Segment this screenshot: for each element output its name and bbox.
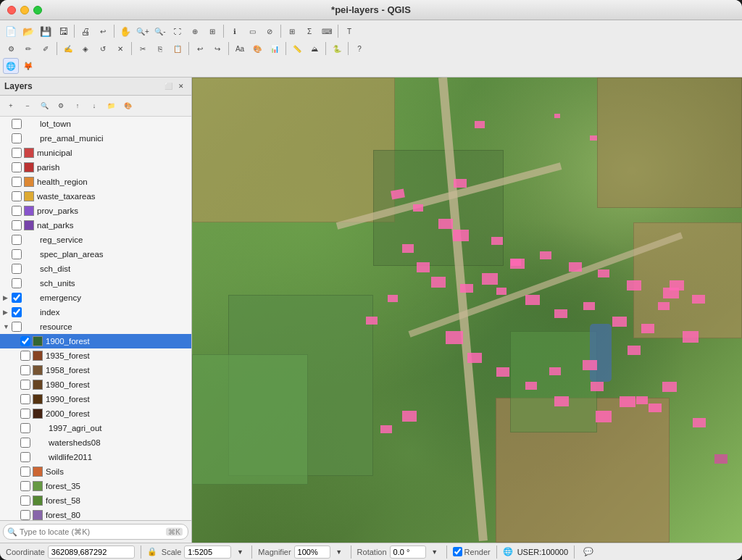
- layer-checkbox-watersheds08[interactable]: [20, 438, 30, 448]
- layer-item-prov_parks[interactable]: prov_parks: [0, 204, 191, 218]
- undo2-btn[interactable]: ↩: [192, 41, 208, 57]
- add-layer-btn[interactable]: +: [3, 98, 19, 114]
- render-checkbox[interactable]: [453, 547, 462, 556]
- zoom-in-btn[interactable]: 🔍+: [135, 23, 151, 39]
- layers-expand-btn[interactable]: ⬜: [162, 80, 174, 92]
- style-btn[interactable]: 🎨: [249, 41, 265, 57]
- layer-item-nat_parks[interactable]: nat_parks: [0, 218, 191, 233]
- layer-item-index[interactable]: ▶index: [0, 305, 191, 319]
- copy-btn[interactable]: ⎘: [152, 41, 168, 57]
- maximize-button[interactable]: [33, 6, 42, 14]
- layer-checkbox-waste_taxareas[interactable]: [12, 191, 22, 201]
- redo-btn[interactable]: ↪: [209, 41, 225, 57]
- layer-checkbox-1900_forest[interactable]: [20, 336, 30, 346]
- layer-checkbox-sch_dist[interactable]: [12, 264, 22, 274]
- search-input[interactable]: [3, 524, 188, 540]
- layer-checkbox-resource[interactable]: [12, 322, 22, 332]
- help-btn[interactable]: ?: [351, 41, 367, 57]
- filter-layer-btn[interactable]: 🔍: [36, 98, 52, 114]
- layer-checkbox-lot_town[interactable]: [12, 119, 22, 129]
- save-project-btn[interactable]: 💾: [38, 23, 54, 39]
- terrain-btn[interactable]: ⛰: [307, 41, 322, 57]
- rotation-dropdown-btn[interactable]: ▼: [429, 546, 441, 559]
- new-project-btn[interactable]: 📄: [3, 23, 19, 39]
- remove-layer-btn[interactable]: −: [20, 98, 36, 114]
- layer-checkbox-sch_units[interactable]: [12, 278, 22, 288]
- layer-checkbox-forest_58[interactable]: [20, 496, 30, 506]
- draw-btn[interactable]: ✍: [60, 41, 76, 57]
- open-project-btn[interactable]: 📂: [20, 23, 36, 39]
- layer-item-parish[interactable]: parish: [0, 160, 191, 175]
- layers-list[interactable]: lot_townpre_amal_municimunicipalparishhe…: [0, 117, 191, 520]
- layer-item-pre_amal_munici[interactable]: pre_amal_munici: [0, 131, 191, 146]
- layer-item-watersheds08[interactable]: watersheds08: [0, 435, 191, 450]
- measure-btn[interactable]: 📏: [289, 41, 305, 57]
- layer-item-sch_dist[interactable]: sch_dist: [0, 262, 191, 276]
- delete-btn[interactable]: ✕: [112, 41, 128, 57]
- layer-item-1900_forest[interactable]: 1900_forest: [0, 334, 191, 348]
- layer-checkbox-1958_forest[interactable]: [20, 365, 30, 375]
- layer-item-forest_35[interactable]: forest_35: [0, 479, 191, 493]
- move-up-btn[interactable]: ↑: [70, 98, 86, 114]
- calculator-btn[interactable]: ⌨: [319, 23, 335, 39]
- zoom-extent-btn[interactable]: ⛶: [170, 23, 186, 39]
- layer-checkbox-health_region[interactable]: [12, 177, 22, 187]
- move-down-btn[interactable]: ↓: [86, 98, 102, 114]
- scale-input[interactable]: [184, 546, 231, 559]
- layer-item-1935_forest[interactable]: 1935_forest: [0, 348, 191, 363]
- edit-btn[interactable]: ✏: [20, 41, 36, 57]
- scale-dropdown-btn[interactable]: ▼: [234, 546, 246, 559]
- layer-item-sch_units[interactable]: sch_units: [0, 276, 191, 291]
- zoom-out-btn[interactable]: 🔍-: [152, 23, 168, 39]
- select-rect-btn[interactable]: ▭: [244, 23, 260, 39]
- rotate-btn[interactable]: ↺: [95, 41, 111, 57]
- layer-checkbox-emergency[interactable]: [12, 293, 22, 303]
- magnifier-dropdown-btn[interactable]: ▼: [333, 546, 345, 559]
- layer-checkbox-1980_forest[interactable]: [20, 380, 30, 390]
- layer-checkbox-2000_forest[interactable]: [20, 409, 30, 419]
- layer-item-wildlife2011[interactable]: wildlife2011: [0, 450, 191, 464]
- layer-checkbox-spec_plan_areas[interactable]: [12, 249, 22, 259]
- coordinate-input[interactable]: [48, 546, 135, 559]
- python-btn[interactable]: 🐍: [329, 41, 345, 57]
- undo-btn[interactable]: ↩: [95, 23, 111, 39]
- zoom-select-btn[interactable]: ⊞: [204, 23, 220, 39]
- statistics-btn[interactable]: Σ: [301, 23, 317, 39]
- layer-checkbox-prov_parks[interactable]: [12, 206, 22, 216]
- cut-btn[interactable]: ✂: [135, 41, 151, 57]
- layer-style-btn[interactable]: 🎨: [120, 98, 136, 114]
- layer-item-1990_forest[interactable]: 1990_forest: [0, 392, 191, 406]
- globe-btn[interactable]: 🌐: [3, 58, 19, 74]
- layer-checkbox-pre_amal_munici[interactable]: [12, 133, 22, 143]
- text-btn[interactable]: T: [341, 23, 357, 39]
- layer-item-spec_plan_areas[interactable]: spec_plan_areas: [0, 247, 191, 262]
- map-area[interactable]: [192, 78, 742, 543]
- layer-item-lot_town[interactable]: lot_town: [0, 117, 191, 131]
- layer-checkbox-forest_80[interactable]: [20, 510, 30, 520]
- layer-checkbox-parish[interactable]: [12, 162, 22, 172]
- layer-item-waste_taxareas[interactable]: waste_taxareas: [0, 189, 191, 204]
- deselect-btn[interactable]: ⊘: [262, 23, 278, 39]
- identify-btn[interactable]: ℹ: [227, 23, 243, 39]
- layer-checkbox-forest_35[interactable]: [20, 481, 30, 491]
- chat-btn[interactable]: 💬: [580, 544, 596, 560]
- paste-btn[interactable]: 📋: [170, 41, 186, 57]
- layer-settings-btn[interactable]: ⚙: [3, 41, 19, 57]
- layer-item-Soils[interactable]: Soils: [0, 464, 191, 479]
- layer-item-forest_80[interactable]: forest_80: [0, 508, 191, 520]
- layer-checkbox-municipal[interactable]: [12, 148, 22, 158]
- layer-item-health_region[interactable]: health_region: [0, 175, 191, 189]
- node-btn[interactable]: ◈: [78, 41, 93, 57]
- map-canvas[interactable]: [192, 78, 742, 543]
- save-as-btn[interactable]: 🖫: [55, 23, 71, 39]
- layer-checkbox-index[interactable]: [12, 307, 22, 317]
- label-btn[interactable]: Aa: [232, 41, 248, 57]
- layer-item-1980_forest[interactable]: 1980_forest: [0, 377, 191, 392]
- pan-btn[interactable]: ✋: [117, 23, 133, 39]
- layer-item-resource[interactable]: ▼resource: [0, 319, 191, 334]
- close-button[interactable]: [7, 6, 16, 14]
- layer-item-1997_agri_out[interactable]: 1997_agri_out: [0, 421, 191, 435]
- layer-item-emergency[interactable]: ▶emergency: [0, 291, 191, 305]
- layer-item-1958_forest[interactable]: 1958_forest: [0, 363, 191, 377]
- layer-group-btn[interactable]: 📁: [103, 98, 119, 114]
